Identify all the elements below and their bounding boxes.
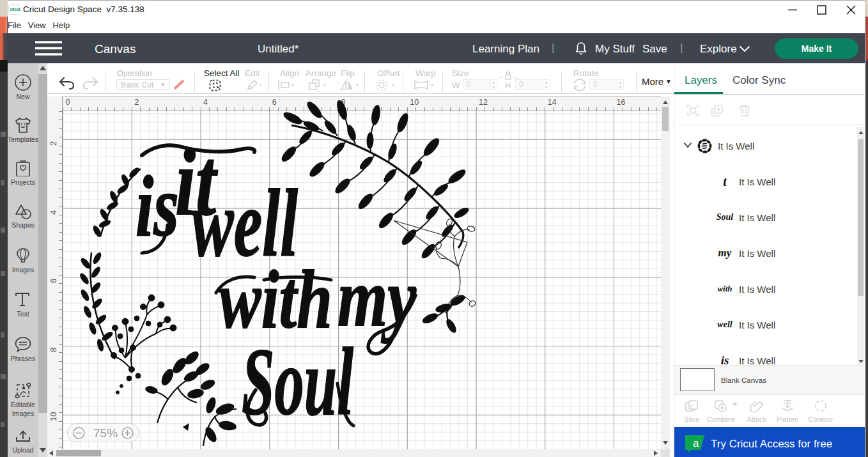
svg-text:a: a [693, 437, 699, 449]
svg-text:Soul: Soul [242, 329, 353, 435]
svg-text:is: is [136, 159, 179, 254]
